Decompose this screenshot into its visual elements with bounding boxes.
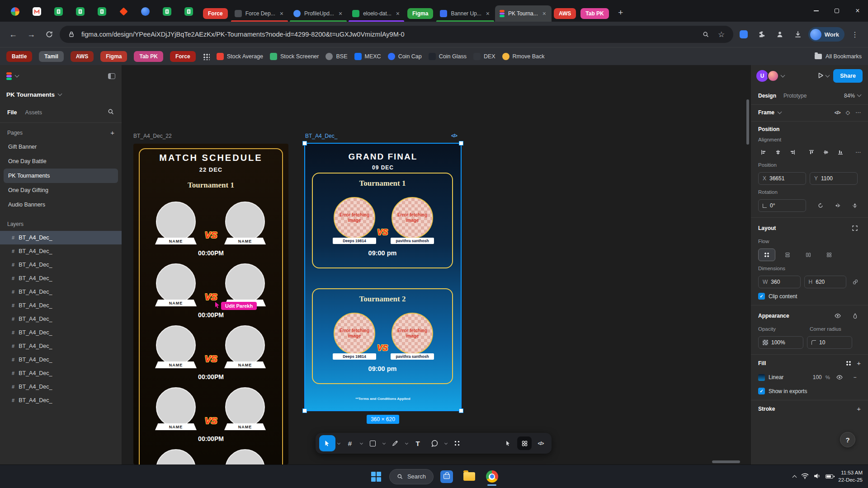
flow-freeform-option[interactable]	[758, 249, 775, 261]
bookmark-rmove-back[interactable]: Rmove Back	[502, 53, 545, 60]
bookmark-star-icon[interactable]: ☆	[716, 29, 727, 40]
close-window-button[interactable]: ×	[847, 0, 868, 22]
shape-tool-chevron[interactable]	[381, 435, 387, 451]
layer-item[interactable]: # BT_A4_Dec_	[0, 272, 122, 285]
browser-menu-kebab-icon[interactable]: ⋮	[847, 27, 863, 42]
fill-row[interactable]: Linear 100 % −	[758, 371, 861, 383]
flow-grid-option[interactable]	[821, 249, 838, 261]
shape-tool[interactable]	[364, 435, 381, 451]
pen-tool[interactable]	[387, 435, 403, 451]
profile-share-icon[interactable]	[772, 27, 788, 42]
new-tab-button[interactable]: +	[614, 6, 627, 19]
layer-item[interactable]: # BT_A4_Dec_	[0, 258, 122, 272]
checkbox-checked-icon[interactable]: ✓	[758, 293, 765, 300]
tab-pk-tournaments-active[interactable]: PK Tourna... ×	[495, 5, 552, 22]
pinned-tab[interactable]	[91, 4, 112, 19]
frame-label-right-selected[interactable]: BT_A4_Dec_	[305, 133, 337, 139]
align-bottom-icon[interactable]	[835, 147, 846, 158]
file-explorer-icon[interactable]	[460, 467, 479, 486]
chevron-down-icon[interactable]	[781, 73, 785, 77]
close-tab-icon[interactable]: ×	[338, 9, 343, 18]
bookmark-group-force[interactable]: Force	[170, 51, 196, 62]
present-play-icon[interactable]	[817, 72, 824, 80]
eye-icon[interactable]	[834, 371, 845, 383]
align-top-icon[interactable]	[806, 147, 817, 158]
figma-canvas[interactable]: BT_A4_Dec_22 MATCH SCHEDULE 22 DEC Tourn…	[122, 65, 750, 465]
tab-group-aws[interactable]: AWS	[554, 8, 576, 19]
pinned-tab[interactable]	[178, 4, 199, 19]
dev-mode-code-icon[interactable]: </>	[451, 133, 457, 138]
distribute-more-icon[interactable]: ⋯	[855, 149, 861, 155]
bookmark-group-figma[interactable]: Figma	[100, 51, 127, 62]
site-info-icon[interactable]	[66, 29, 77, 40]
bookmark-group-tamil[interactable]: Tamil	[39, 51, 63, 62]
frame-label-left[interactable]: BT_A4_Dec_22	[133, 133, 172, 139]
tab-design[interactable]: Design	[758, 93, 776, 99]
avatar[interactable]	[767, 70, 779, 82]
store-app-icon[interactable]	[437, 467, 456, 486]
constrain-proportions-icon[interactable]	[850, 276, 861, 288]
battery-icon[interactable]	[826, 474, 833, 479]
minimize-button[interactable]	[806, 0, 826, 22]
actions-tool[interactable]	[449, 435, 465, 451]
tab-group-figma[interactable]: Figma	[407, 8, 433, 19]
pinned-tab[interactable]	[48, 4, 69, 19]
clip-content-row[interactable]: ✓ Clip content	[758, 293, 861, 300]
address-bar[interactable]: figma.com/design/YPeeAiXDjJYjBqTe2AEzKx/…	[60, 26, 733, 43]
hidden-icons-chevron[interactable]	[793, 475, 797, 480]
bookmark-dex[interactable]: DEX	[473, 53, 495, 60]
pen-tool-chevron[interactable]	[404, 435, 409, 451]
align-horizontal-center-icon[interactable]	[773, 147, 783, 158]
move-tool[interactable]	[319, 435, 335, 451]
layer-item[interactable]: # BT_A4_Dec_	[0, 353, 122, 366]
layer-item[interactable]: # BT_A4_Dec_	[0, 285, 122, 299]
panel-toggle-icon[interactable]	[108, 73, 115, 79]
tab-group-tabpk[interactable]: Tab PK	[580, 8, 609, 19]
show-in-exports-row[interactable]: ✓ Show in exports	[758, 388, 861, 394]
bookmark-coin-glass[interactable]: Coin Glass	[429, 53, 467, 60]
layer-item[interactable]: # BT_A4_Dec_	[0, 231, 122, 244]
frame-tool[interactable]: #	[342, 435, 358, 451]
opacity-field[interactable]: 100%	[758, 336, 803, 349]
tab-prototype[interactable]: Prototype	[783, 93, 807, 99]
text-tool[interactable]: T	[410, 435, 426, 451]
chevron-down-icon[interactable]	[778, 109, 782, 114]
eye-icon[interactable]	[832, 310, 844, 322]
tab-eloelo-data[interactable]: eloelo-dat... ×	[348, 5, 405, 22]
layer-item[interactable]: # BT_A4_Dec_	[0, 394, 122, 407]
extensions-puzzle-icon[interactable]	[754, 27, 769, 42]
frame-dropdown[interactable]: Frame	[758, 109, 774, 116]
tab-assets[interactable]: Assets	[25, 109, 42, 116]
lens-search-icon[interactable]	[701, 29, 712, 40]
chrome-app-icon[interactable]	[482, 467, 501, 486]
layer-item[interactable]: # BT_A4_Dec_	[0, 244, 122, 258]
start-button[interactable]	[367, 467, 386, 486]
height-field[interactable]: H620	[804, 276, 847, 288]
pinned-tab[interactable]	[70, 4, 90, 19]
align-vertical-center-icon[interactable]	[821, 147, 831, 158]
tab-force-dep[interactable]: Force Dep... ×	[230, 5, 289, 22]
styles-grid-icon[interactable]	[846, 361, 851, 366]
tab-group-force[interactable]: Force	[203, 8, 228, 19]
rotate-90-icon[interactable]	[815, 200, 826, 211]
layer-item[interactable]: # BT_A4_Dec_	[0, 380, 122, 394]
rotation-field[interactable]: 0°	[758, 199, 806, 212]
close-tab-icon[interactable]: ×	[542, 9, 547, 18]
pinned-tab[interactable]	[113, 4, 134, 19]
add-page-button[interactable]: +	[110, 129, 114, 136]
close-tab-icon[interactable]: ×	[279, 9, 284, 18]
corner-radius-field[interactable]: 10	[807, 336, 852, 349]
zoom-control[interactable]: 84%	[844, 93, 861, 99]
share-button[interactable]: Share	[833, 69, 863, 83]
align-left-icon[interactable]	[758, 147, 769, 158]
figma-menu-icon[interactable]	[6, 72, 12, 80]
comment-tool[interactable]	[426, 435, 443, 451]
close-tab-icon[interactable]: ×	[395, 9, 401, 18]
download-icon[interactable]	[790, 27, 806, 42]
all-bookmarks-button[interactable]: All Bookmarks	[815, 53, 862, 60]
bookmark-coin-cap[interactable]: Coin Cap	[388, 53, 422, 60]
search-icon[interactable]	[108, 108, 114, 117]
align-right-icon[interactable]	[787, 147, 798, 158]
tab-file[interactable]: File	[7, 109, 17, 116]
forward-button[interactable]: →	[24, 27, 39, 42]
